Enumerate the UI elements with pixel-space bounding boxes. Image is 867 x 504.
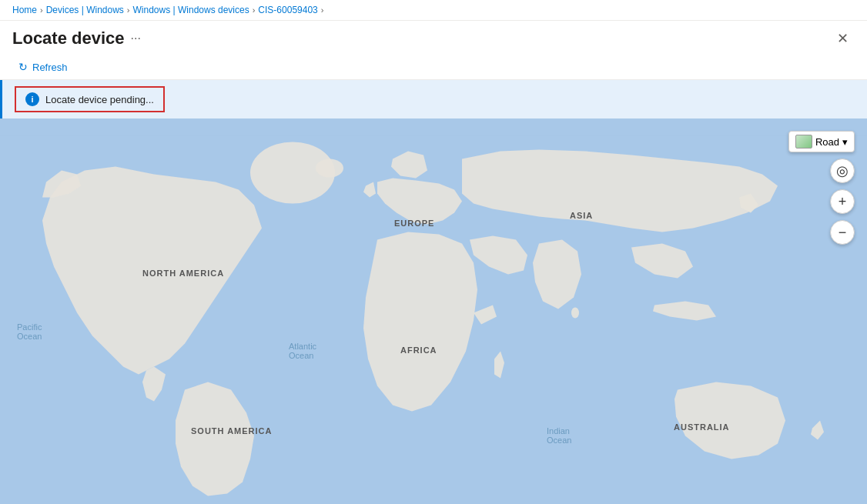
world-map: [0, 118, 867, 504]
status-banner: i Locate device pending...: [0, 80, 867, 118]
location-icon: ◎: [836, 162, 849, 179]
breadcrumb-sep-1: ›: [40, 5, 43, 15]
close-button[interactable]: ✕: [831, 27, 855, 50]
zoom-out-button[interactable]: −: [830, 220, 855, 245]
map-type-thumbnail: [795, 135, 812, 149]
location-button[interactable]: ◎: [830, 159, 855, 183]
status-banner-inner: i Locate device pending...: [15, 86, 165, 112]
breadcrumb-home[interactable]: Home: [12, 5, 37, 15]
breadcrumb-sep-2: ›: [127, 5, 130, 15]
breadcrumb-devices-windows[interactable]: Devices | Windows: [46, 5, 124, 15]
zoom-in-button[interactable]: +: [830, 189, 855, 214]
map-type-chevron: ▾: [842, 136, 848, 148]
breadcrumb-sep-3: ›: [253, 5, 256, 15]
page-title: Locate device: [12, 28, 125, 48]
breadcrumb-sep-4: ›: [321, 5, 324, 15]
status-text: Locate device pending...: [45, 94, 154, 105]
toolbar: ↻ Refresh: [0, 55, 867, 80]
refresh-button[interactable]: ↻ Refresh: [12, 58, 74, 76]
zoom-out-icon: −: [839, 225, 847, 241]
map-controls: Road ▾ ◎ + −: [788, 131, 855, 245]
map-type-label: Road: [815, 136, 839, 148]
zoom-in-icon: +: [839, 194, 847, 210]
refresh-icon: ↻: [18, 61, 28, 73]
breadcrumb-windows-devices[interactable]: Windows | Windows devices: [133, 5, 249, 15]
svg-point-2: [316, 159, 343, 178]
info-icon: i: [25, 92, 39, 106]
svg-point-3: [571, 308, 579, 319]
more-options-button[interactable]: ···: [131, 32, 141, 45]
breadcrumb: Home › Devices | Windows › Windows | Win…: [0, 0, 867, 21]
refresh-label: Refresh: [32, 62, 68, 73]
map-container[interactable]: NORTH AMERICA SOUTH AMERICA EUROPE AFRIC…: [0, 118, 867, 504]
map-type-selector[interactable]: Road ▾: [788, 131, 855, 152]
breadcrumb-device-id: CIS-60059403: [258, 5, 317, 15]
page-header: Locate device ··· ✕: [0, 21, 867, 55]
